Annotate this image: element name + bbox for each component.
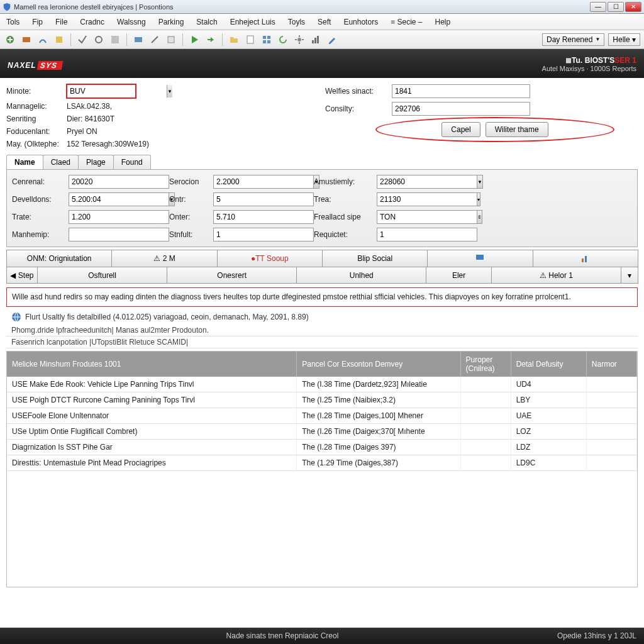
ontr-input[interactable]: [213, 192, 314, 206]
trea-arrow-icon[interactable]: ▾: [477, 192, 480, 206]
menu-toyls[interactable]: Toyls: [286, 16, 308, 28]
th-2[interactable]: Pancel Cor Exsonton Demvey: [297, 352, 460, 377]
tb-folder-icon[interactable]: [228, 33, 240, 46]
consilty-input[interactable]: [392, 102, 530, 116]
tb-ref-icon[interactable]: [277, 33, 289, 46]
serocion-input[interactable]: [213, 175, 314, 189]
tt-sooup-button[interactable]: ●TT Sooup: [217, 250, 323, 267]
table-cell: UAE: [511, 408, 586, 423]
develldons-input[interactable]: [69, 192, 169, 206]
day-reviewed-button[interactable]: Day Renened▼: [542, 33, 604, 46]
tb-icon-2[interactable]: [20, 33, 33, 46]
cenrenal-input[interactable]: [69, 175, 169, 189]
th-4[interactable]: Detal Defusity: [511, 352, 586, 377]
action-row-1: ONM: Origniutation ⚠ 2 M ●TT Sooup Blip …: [6, 250, 638, 267]
tab-found[interactable]: Found: [113, 155, 151, 169]
welfies-input[interactable]: [392, 84, 530, 98]
freallacd-arrow-icon[interactable]: ⇕: [477, 210, 482, 224]
manhemip-input[interactable]: [69, 228, 169, 242]
table-row[interactable]: Diagrnization Is SST Pihe GarThe (I.28 T…: [7, 439, 637, 455]
subinfo-row: Flurt Usaltly fis detalbilled (4.012.025…: [6, 309, 638, 325]
step-back-button[interactable]: ◀ Step: [6, 267, 38, 284]
collapse-button[interactable]: ▾: [621, 267, 638, 284]
onm-button[interactable]: ONM: Origniutation: [6, 250, 112, 267]
tb-icon-3[interactable]: [36, 33, 49, 46]
tab-plage[interactable]: Plage: [78, 155, 114, 169]
minote-input[interactable]: [67, 85, 167, 97]
freallacd-input[interactable]: [377, 210, 477, 224]
menu-stalch[interactable]: Stalch: [194, 16, 219, 28]
tb-gear-icon[interactable]: [293, 33, 306, 46]
minote-dropdown[interactable]: ▼: [67, 84, 136, 98]
table-cell: LDZ: [511, 439, 586, 455]
blip-social-button[interactable]: Blip Social: [322, 250, 428, 267]
menu-cradnc[interactable]: Cradnc: [77, 16, 107, 28]
helor-button[interactable]: ⚠ Helor 1: [491, 267, 621, 284]
trea-input[interactable]: [377, 192, 477, 206]
titlebar: Mamell rea leronione destell ebiryajces …: [0, 0, 644, 14]
action1-icon-button-1[interactable]: [427, 250, 533, 267]
tb-icon-6[interactable]: [92, 33, 105, 46]
tb-arrow-icon[interactable]: [204, 33, 217, 46]
foducenlant-label: Foducenlant:: [6, 127, 63, 136]
osfturell-button[interactable]: Osfturell: [37, 267, 167, 284]
svg-rect-17: [582, 258, 584, 262]
tb-chart-icon[interactable]: [309, 33, 322, 46]
trate-input[interactable]: [69, 210, 169, 224]
amustiemly-arrow-icon[interactable]: ▼: [477, 175, 483, 189]
tb-icon-4[interactable]: [53, 33, 65, 46]
trate-label: Trate:: [12, 213, 62, 221]
tb-icon-7[interactable]: [109, 33, 121, 46]
wiliter-button[interactable]: Wiliter thame: [486, 122, 548, 137]
menu-walssng[interactable]: Walssng: [114, 16, 148, 28]
menu-enheject[interactable]: Enheject Luis: [228, 16, 278, 28]
table-cell: USe Uptim Ontie Fluglificall Combret): [7, 423, 297, 439]
dropdown-arrow-icon[interactable]: ▼: [167, 85, 172, 97]
onesrert-button[interactable]: Onesrert: [167, 267, 297, 284]
menu-seft[interactable]: Seft: [315, 16, 333, 28]
table-row[interactable]: USe Uptim Ontie Fluglificall Combret)The…: [7, 423, 637, 439]
table-row[interactable]: Diresttis: Untemastule Pint Mead Prociag…: [7, 455, 637, 470]
capel-button[interactable]: Capel: [441, 122, 480, 137]
tab-name[interactable]: Name: [6, 155, 43, 169]
minimize-button[interactable]: —: [590, 2, 606, 12]
unlhed-button[interactable]: Unlhed: [296, 267, 426, 284]
tb-edit-icon[interactable]: [326, 33, 338, 46]
table-row[interactable]: USE Make Ede Rook: Vehicle Lipe Panning …: [7, 377, 637, 392]
onter-input[interactable]: [213, 210, 314, 224]
help-dropdown[interactable]: Helle ▾: [608, 33, 640, 46]
tb-icon-10[interactable]: [165, 33, 177, 46]
th-3[interactable]: Puroper (Cnilrea): [460, 352, 511, 377]
th-1[interactable]: Melicke Minshum Frodutes 1001: [7, 352, 297, 377]
tb-grid-icon[interactable]: [260, 33, 273, 46]
tb-icon-5[interactable]: [76, 33, 89, 46]
table-row[interactable]: USEFoole Elone UnltennatorThe (I.28 Time…: [7, 408, 637, 423]
menu-parking[interactable]: Parking: [156, 16, 187, 28]
menu-secie[interactable]: = Secie –: [388, 16, 425, 28]
menu-help[interactable]: Help: [433, 16, 453, 28]
menu-file[interactable]: File: [53, 16, 70, 28]
tb-icon-9[interactable]: [148, 33, 161, 46]
manhemip-label: Manhemip:: [12, 230, 62, 239]
requictet-input[interactable]: [377, 228, 477, 242]
stnfult-input[interactable]: [213, 228, 314, 242]
menu-eunhotors[interactable]: Eunhotors: [341, 16, 380, 28]
maximize-button[interactable]: ☐: [608, 2, 624, 12]
tb-doc-icon[interactable]: [244, 33, 257, 46]
tb-icon-1[interactable]: [4, 33, 16, 46]
menu-tols[interactable]: Tols: [4, 16, 22, 28]
tab-claed[interactable]: Claed: [43, 155, 79, 169]
close-button[interactable]: ✕: [625, 2, 641, 12]
flag-icon: [475, 253, 485, 264]
tb-icon-8[interactable]: [132, 33, 145, 46]
table-row[interactable]: USE Poigh DTCT Rurcone Caming Panining T…: [7, 392, 637, 408]
amustiemly-input[interactable]: [377, 175, 477, 189]
eler-button[interactable]: Eler: [426, 267, 492, 284]
warn-button[interactable]: ⚠ 2 M: [111, 250, 217, 267]
svg-rect-10: [263, 40, 266, 43]
th-5[interactable]: Narmor: [586, 352, 636, 377]
tb-play-icon[interactable]: [188, 33, 201, 46]
menu-fip[interactable]: Fip: [30, 16, 45, 28]
results-table-scroll[interactable]: Melicke Minshum Frodutes 1001 Pancel Cor…: [7, 352, 637, 587]
action1-icon-button-2[interactable]: [533, 250, 638, 267]
